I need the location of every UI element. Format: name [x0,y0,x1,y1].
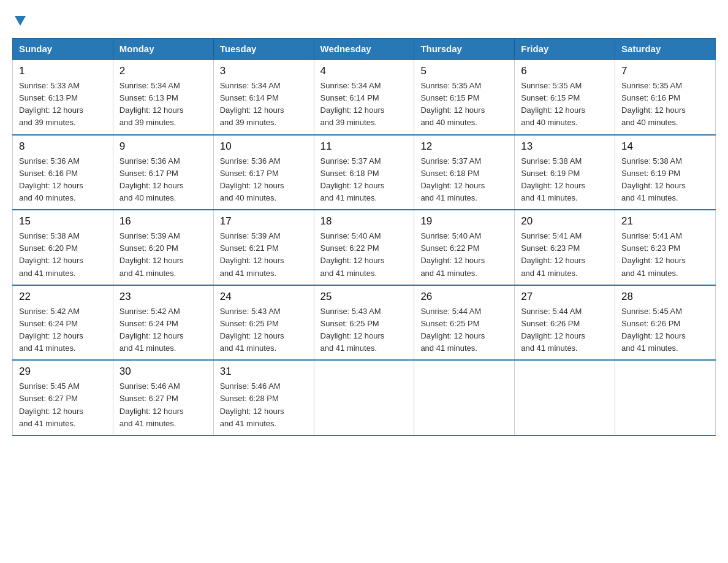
day-cell: 21 Sunrise: 5:41 AMSunset: 6:23 PMDaylig… [615,210,716,285]
day-number: 2 [119,65,207,77]
day-number: 4 [320,65,408,77]
day-number: 23 [119,291,207,303]
day-number: 21 [621,215,709,228]
day-cell: 28 Sunrise: 5:45 AMSunset: 6:26 PMDaylig… [615,285,716,361]
day-cell: 22 Sunrise: 5:42 AMSunset: 6:24 PMDaylig… [13,285,113,361]
day-info: Sunrise: 5:38 AMSunset: 6:20 PMDaylight:… [19,230,107,280]
day-cell: 20 Sunrise: 5:41 AMSunset: 6:23 PMDaylig… [515,210,615,285]
day-info: Sunrise: 5:38 AMSunset: 6:19 PMDaylight:… [521,155,609,205]
day-cell: 13 Sunrise: 5:38 AMSunset: 6:19 PMDaylig… [515,135,615,210]
day-cell: 26 Sunrise: 5:44 AMSunset: 6:25 PMDaylig… [414,285,515,361]
day-info: Sunrise: 5:35 AMSunset: 6:15 PMDaylight:… [420,80,508,129]
logo [12,12,27,27]
day-number: 6 [521,65,609,77]
day-number: 10 [220,140,308,153]
day-number: 25 [320,291,408,303]
day-number: 1 [19,65,107,77]
week-row-5: 29 Sunrise: 5:45 AMSunset: 6:27 PMDaylig… [13,360,716,435]
day-number: 3 [220,65,308,77]
day-number: 14 [621,140,709,153]
day-info: Sunrise: 5:46 AMSunset: 6:27 PMDaylight:… [119,380,207,430]
day-cell: 18 Sunrise: 5:40 AMSunset: 6:22 PMDaylig… [314,210,414,285]
day-info: Sunrise: 5:44 AMSunset: 6:26 PMDaylight:… [521,305,609,355]
day-cell: 7 Sunrise: 5:35 AMSunset: 6:16 PMDayligh… [615,59,716,135]
day-cell: 4 Sunrise: 5:34 AMSunset: 6:14 PMDayligh… [314,59,414,135]
logo-triangle-icon [13,13,27,27]
day-number: 18 [320,215,408,228]
day-info: Sunrise: 5:42 AMSunset: 6:24 PMDaylight:… [19,305,107,355]
day-number: 20 [521,215,609,228]
day-cell: 12 Sunrise: 5:37 AMSunset: 6:18 PMDaylig… [414,135,515,210]
day-info: Sunrise: 5:39 AMSunset: 6:21 PMDaylight:… [220,230,308,280]
day-cell: 5 Sunrise: 5:35 AMSunset: 6:15 PMDayligh… [414,59,515,135]
day-number: 19 [420,215,508,228]
day-info: Sunrise: 5:40 AMSunset: 6:22 PMDaylight:… [420,230,508,280]
day-cell [314,360,414,435]
day-cell: 10 Sunrise: 5:36 AMSunset: 6:17 PMDaylig… [213,135,314,210]
day-info: Sunrise: 5:35 AMSunset: 6:15 PMDaylight:… [521,80,609,129]
day-cell [414,360,515,435]
day-number: 16 [119,215,207,228]
day-cell: 30 Sunrise: 5:46 AMSunset: 6:27 PMDaylig… [113,360,213,435]
day-cell: 27 Sunrise: 5:44 AMSunset: 6:26 PMDaylig… [515,285,615,361]
day-info: Sunrise: 5:35 AMSunset: 6:16 PMDaylight:… [621,80,709,129]
day-number: 5 [420,65,508,77]
header-cell-wednesday: Wednesday [314,39,414,60]
day-cell: 15 Sunrise: 5:38 AMSunset: 6:20 PMDaylig… [13,210,113,285]
day-info: Sunrise: 5:36 AMSunset: 6:17 PMDaylight:… [119,155,207,205]
week-row-2: 8 Sunrise: 5:36 AMSunset: 6:16 PMDayligh… [13,135,716,210]
header-cell-saturday: Saturday [615,39,716,60]
day-cell: 16 Sunrise: 5:39 AMSunset: 6:20 PMDaylig… [113,210,213,285]
day-number: 30 [119,366,207,378]
day-cell: 17 Sunrise: 5:39 AMSunset: 6:21 PMDaylig… [213,210,314,285]
day-number: 15 [19,215,107,228]
day-cell [615,360,716,435]
svg-marker-0 [15,16,26,26]
day-info: Sunrise: 5:44 AMSunset: 6:25 PMDaylight:… [420,305,508,355]
day-cell: 8 Sunrise: 5:36 AMSunset: 6:16 PMDayligh… [13,135,113,210]
day-number: 29 [19,366,107,378]
day-info: Sunrise: 5:36 AMSunset: 6:17 PMDaylight:… [220,155,308,205]
header-cell-sunday: Sunday [13,39,113,60]
day-info: Sunrise: 5:43 AMSunset: 6:25 PMDaylight:… [320,305,408,355]
day-number: 9 [119,140,207,153]
day-cell: 24 Sunrise: 5:43 AMSunset: 6:25 PMDaylig… [213,285,314,361]
day-cell: 9 Sunrise: 5:36 AMSunset: 6:17 PMDayligh… [113,135,213,210]
day-number: 11 [320,140,408,153]
day-cell: 2 Sunrise: 5:34 AMSunset: 6:13 PMDayligh… [113,59,213,135]
day-info: Sunrise: 5:33 AMSunset: 6:13 PMDaylight:… [19,80,107,129]
day-cell [515,360,615,435]
day-number: 26 [420,291,508,303]
day-info: Sunrise: 5:34 AMSunset: 6:14 PMDaylight:… [220,80,308,129]
day-number: 27 [521,291,609,303]
header-cell-friday: Friday [515,39,615,60]
header-cell-tuesday: Tuesday [213,39,314,60]
day-cell: 11 Sunrise: 5:37 AMSunset: 6:18 PMDaylig… [314,135,414,210]
day-number: 28 [621,291,709,303]
day-cell: 3 Sunrise: 5:34 AMSunset: 6:14 PMDayligh… [213,59,314,135]
day-cell: 19 Sunrise: 5:40 AMSunset: 6:22 PMDaylig… [414,210,515,285]
day-info: Sunrise: 5:45 AMSunset: 6:26 PMDaylight:… [621,305,709,355]
day-info: Sunrise: 5:34 AMSunset: 6:13 PMDaylight:… [119,80,207,129]
day-info: Sunrise: 5:43 AMSunset: 6:25 PMDaylight:… [220,305,308,355]
calendar-body: 1 Sunrise: 5:33 AMSunset: 6:13 PMDayligh… [13,59,716,435]
day-number: 13 [521,140,609,153]
week-row-1: 1 Sunrise: 5:33 AMSunset: 6:13 PMDayligh… [13,59,716,135]
day-info: Sunrise: 5:37 AMSunset: 6:18 PMDaylight:… [320,155,408,205]
day-cell: 25 Sunrise: 5:43 AMSunset: 6:25 PMDaylig… [314,285,414,361]
calendar-table: SundayMondayTuesdayWednesdayThursdayFrid… [12,38,716,436]
day-info: Sunrise: 5:42 AMSunset: 6:24 PMDaylight:… [119,305,207,355]
day-cell: 14 Sunrise: 5:38 AMSunset: 6:19 PMDaylig… [615,135,716,210]
day-info: Sunrise: 5:46 AMSunset: 6:28 PMDaylight:… [220,380,308,430]
day-info: Sunrise: 5:36 AMSunset: 6:16 PMDaylight:… [19,155,107,205]
day-number: 31 [220,366,308,378]
header-cell-thursday: Thursday [414,39,515,60]
day-info: Sunrise: 5:41 AMSunset: 6:23 PMDaylight:… [621,230,709,280]
day-info: Sunrise: 5:39 AMSunset: 6:20 PMDaylight:… [119,230,207,280]
day-info: Sunrise: 5:37 AMSunset: 6:18 PMDaylight:… [420,155,508,205]
week-row-3: 15 Sunrise: 5:38 AMSunset: 6:20 PMDaylig… [13,210,716,285]
day-cell: 1 Sunrise: 5:33 AMSunset: 6:13 PMDayligh… [13,59,113,135]
day-number: 7 [621,65,709,77]
day-number: 24 [220,291,308,303]
day-number: 17 [220,215,308,228]
